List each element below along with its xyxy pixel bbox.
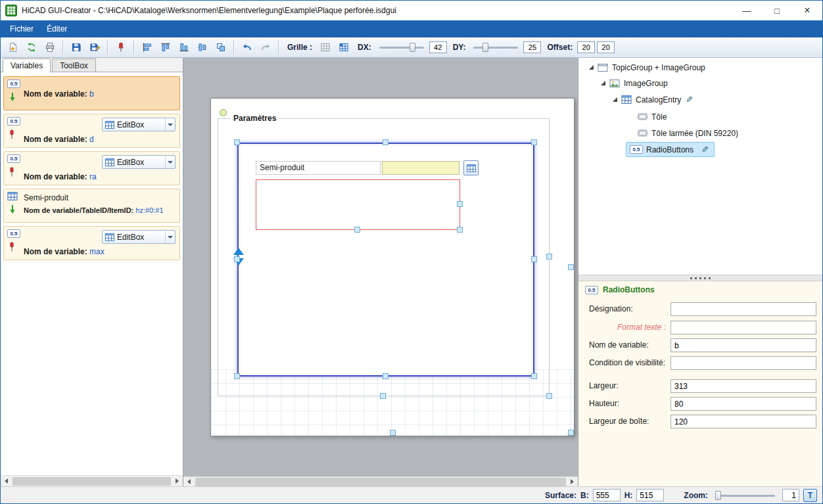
tree-node-tole-larmee[interactable]: Tôle larmée (DIN 59220) xyxy=(578,126,822,141)
dx-slider-thumb[interactable] xyxy=(410,43,415,52)
variable-card-max[interactable]: 0.5 EditBox Nom de variable: max xyxy=(3,226,180,260)
new-button[interactable] xyxy=(5,39,21,56)
dy-slider[interactable] xyxy=(472,41,519,53)
save-button[interactable] xyxy=(68,39,84,56)
selection-handle[interactable] xyxy=(457,201,463,207)
grid-button[interactable] xyxy=(317,39,333,56)
selection-handle[interactable] xyxy=(380,393,386,399)
selection-handle[interactable] xyxy=(546,393,552,399)
selection-handle[interactable] xyxy=(383,373,388,379)
align-center-button[interactable] xyxy=(194,39,210,56)
scroll-right-arrow[interactable] xyxy=(567,476,578,488)
same-size-button[interactable] xyxy=(212,39,229,56)
selection-handle[interactable] xyxy=(531,139,537,145)
zoom-input[interactable] xyxy=(782,489,799,501)
tree-expander-icon[interactable] xyxy=(613,97,617,102)
grid-snap-button[interactable] xyxy=(335,39,352,56)
tree-node-radiobuttons[interactable]: 0.5 RadioButtons ✎ xyxy=(626,142,715,157)
dx-input[interactable] xyxy=(429,41,447,53)
largeur-boite-input[interactable] xyxy=(670,415,816,428)
scrollbar-thumb[interactable] xyxy=(12,477,171,486)
catalogentry-element[interactable] xyxy=(237,143,534,377)
scroll-right-arrow[interactable] xyxy=(172,476,183,487)
surface-b-input[interactable] xyxy=(593,489,621,501)
variable-card-d[interactable]: 0.5 EditBox Nom de variable: d xyxy=(3,114,180,148)
semi-produit-label-field[interactable]: Semi-produit xyxy=(256,161,381,175)
selection-handle[interactable] xyxy=(531,373,537,379)
selection-handle[interactable] xyxy=(383,139,388,145)
selection-handle[interactable] xyxy=(354,227,360,233)
save-as-button[interactable] xyxy=(86,39,103,56)
menu-editer[interactable]: Éditer xyxy=(40,21,74,37)
condition-visibilite-input[interactable] xyxy=(670,356,816,370)
tab-toolbox[interactable]: ToolBox xyxy=(52,58,96,72)
align-top-button[interactable] xyxy=(157,39,174,56)
dy-input[interactable] xyxy=(523,41,541,53)
panel-splitter[interactable] xyxy=(578,275,822,281)
surface-h-input[interactable] xyxy=(636,489,664,501)
dx-slider[interactable] xyxy=(378,41,425,53)
largeur-input[interactable] xyxy=(670,379,816,393)
selection-handle[interactable] xyxy=(568,264,574,270)
tree-node-catalogentry[interactable]: CatalogEntry ✎ xyxy=(578,92,822,107)
variable-card-ra[interactable]: 0.5 EditBox Nom de variable: ra xyxy=(3,151,180,185)
selection-handle[interactable] xyxy=(234,256,240,262)
chevron-down-icon[interactable] xyxy=(165,231,175,243)
radiobuttons-element[interactable] xyxy=(256,179,460,230)
text-tool-button[interactable]: T xyxy=(803,489,817,502)
minimize-button[interactable]: — xyxy=(732,1,762,20)
design-surface[interactable]: Paramètres Semi-produit xyxy=(210,98,575,436)
editbox-combo[interactable]: EditBox xyxy=(102,155,176,169)
offset-x-input[interactable] xyxy=(577,41,595,53)
nom-de-variable-input[interactable] xyxy=(670,338,816,352)
menu-fichier[interactable]: Fichier xyxy=(3,21,40,37)
refresh-button[interactable] xyxy=(23,39,39,56)
selection-handle[interactable] xyxy=(568,430,574,436)
chevron-down-icon[interactable] xyxy=(165,118,175,131)
variable-card-semi-produit[interactable]: Semi-produit Nom de variable/TableID/Ite… xyxy=(3,189,180,223)
offset-y-input[interactable] xyxy=(597,41,615,53)
dy-slider-thumb[interactable] xyxy=(482,43,488,52)
variable-card-b[interactable]: 0.5 Nom de variable: b xyxy=(3,76,180,110)
undo-button[interactable] xyxy=(239,39,255,56)
scrollbar-thumb[interactable] xyxy=(195,478,566,486)
tree-expander-icon[interactable] xyxy=(601,81,605,85)
design-canvas[interactable]: Paramètres Semi-produit xyxy=(183,58,578,486)
selection-handle[interactable] xyxy=(457,227,463,233)
pin-button[interactable] xyxy=(112,39,129,56)
redo-button[interactable] xyxy=(257,39,273,56)
selection-handle[interactable] xyxy=(546,254,552,260)
table-lookup-button[interactable] xyxy=(463,160,479,175)
zoom-slider-thumb[interactable] xyxy=(715,491,721,500)
chevron-down-icon[interactable] xyxy=(165,156,175,168)
close-button[interactable]: × xyxy=(792,1,822,20)
semi-produit-value-field[interactable] xyxy=(382,161,459,175)
canvas-hscrollbar[interactable] xyxy=(183,476,578,486)
zoom-slider[interactable] xyxy=(714,490,776,501)
selection-handle[interactable] xyxy=(531,256,537,262)
selection-handle[interactable] xyxy=(390,430,396,436)
anchor-handle[interactable] xyxy=(220,109,227,116)
editbox-combo[interactable]: EditBox xyxy=(102,230,176,244)
tree-node-topicgroup[interactable]: TopicGroup + ImageGroup xyxy=(578,60,822,75)
tree-node-imagegroup[interactable]: ImageGroup xyxy=(578,76,822,91)
format-texte-input[interactable] xyxy=(670,321,816,334)
edit-pencil-icon[interactable]: ✎ xyxy=(686,95,693,104)
hauteur-input[interactable] xyxy=(670,397,816,411)
tab-variables[interactable]: Variables xyxy=(3,58,51,72)
scroll-left-arrow[interactable] xyxy=(183,476,195,488)
designation-input[interactable] xyxy=(670,302,816,316)
align-left-button[interactable] xyxy=(139,39,155,56)
left-panel-hscrollbar[interactable] xyxy=(1,475,183,486)
align-bottom-button[interactable] xyxy=(176,39,192,56)
scroll-left-arrow[interactable] xyxy=(1,476,12,487)
tree-node-tole[interactable]: Tôle xyxy=(578,109,822,124)
tree-expander-icon[interactable] xyxy=(589,65,594,70)
designation-label: Désignation: xyxy=(589,302,633,316)
print-button[interactable] xyxy=(41,39,58,56)
selection-handle[interactable] xyxy=(234,139,240,145)
edit-pencil-icon[interactable]: ✎ xyxy=(701,145,709,154)
editbox-combo[interactable]: EditBox xyxy=(102,118,176,131)
maximize-button[interactable]: □ xyxy=(762,1,792,20)
selection-handle[interactable] xyxy=(234,373,240,379)
